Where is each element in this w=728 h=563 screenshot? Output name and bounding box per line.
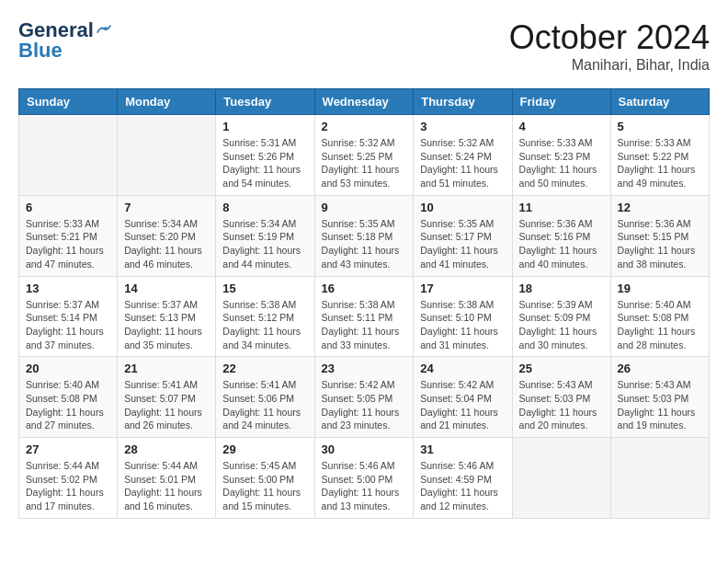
calendar-cell: 26Sunrise: 5:43 AMSunset: 5:03 PMDayligh… [610,357,709,438]
week-row-1: 1Sunrise: 5:31 AMSunset: 5:26 PMDaylight… [19,115,710,196]
day-info: Sunrise: 5:35 AMSunset: 5:18 PMDaylight:… [322,217,407,271]
calendar-cell: 16Sunrise: 5:38 AMSunset: 5:11 PMDayligh… [314,276,414,357]
week-row-2: 6Sunrise: 5:33 AMSunset: 5:21 PMDaylight… [19,195,710,276]
day-number: 18 [519,282,604,295]
day-info: Sunrise: 5:36 AMSunset: 5:15 PMDaylight:… [618,217,702,271]
calendar-cell: 6Sunrise: 5:33 AMSunset: 5:21 PMDaylight… [19,195,118,276]
day-number: 20 [26,362,110,375]
calendar-cell: 17Sunrise: 5:38 AMSunset: 5:10 PMDayligh… [414,276,512,357]
day-number: 24 [420,362,505,375]
calendar-cell: 20Sunrise: 5:40 AMSunset: 5:08 PMDayligh… [19,357,118,438]
calendar-cell: 25Sunrise: 5:43 AMSunset: 5:03 PMDayligh… [512,357,610,438]
calendar-cell: 31Sunrise: 5:46 AMSunset: 4:59 PMDayligh… [414,438,512,519]
day-info: Sunrise: 5:46 AMSunset: 4:59 PMDaylight:… [420,459,505,513]
col-thursday: Thursday [414,89,512,115]
calendar-header-row: Sunday Monday Tuesday Wednesday Thursday… [19,89,710,115]
day-number: 23 [322,362,407,375]
page-header: General Blue October 2024 Manihari, Biha… [18,18,710,74]
calendar-cell: 10Sunrise: 5:35 AMSunset: 5:17 PMDayligh… [414,195,512,276]
day-number: 14 [124,282,209,295]
day-number: 8 [222,201,307,214]
day-number: 9 [322,201,407,214]
calendar-cell: 30Sunrise: 5:46 AMSunset: 5:00 PMDayligh… [314,438,414,519]
col-monday: Monday [118,89,216,115]
day-number: 19 [618,282,702,295]
logo-bird-icon [96,24,112,37]
calendar-cell: 24Sunrise: 5:42 AMSunset: 5:04 PMDayligh… [414,357,512,438]
day-info: Sunrise: 5:36 AMSunset: 5:16 PMDaylight:… [519,217,604,271]
calendar-cell: 3Sunrise: 5:32 AMSunset: 5:24 PMDaylight… [414,115,512,196]
calendar-cell: 5Sunrise: 5:33 AMSunset: 5:22 PMDaylight… [610,115,709,196]
day-number: 10 [420,201,505,214]
week-row-5: 27Sunrise: 5:44 AMSunset: 5:02 PMDayligh… [19,438,710,519]
day-info: Sunrise: 5:38 AMSunset: 5:10 PMDaylight:… [420,298,505,352]
calendar-cell: 27Sunrise: 5:44 AMSunset: 5:02 PMDayligh… [19,438,118,519]
day-number: 26 [618,362,702,375]
day-info: Sunrise: 5:38 AMSunset: 5:11 PMDaylight:… [322,298,407,352]
day-info: Sunrise: 5:44 AMSunset: 5:01 PMDaylight:… [124,459,209,513]
day-number: 11 [519,201,604,214]
day-info: Sunrise: 5:33 AMSunset: 5:22 PMDaylight:… [618,136,702,190]
day-number: 22 [222,362,307,375]
day-info: Sunrise: 5:32 AMSunset: 5:24 PMDaylight:… [420,136,505,190]
day-info: Sunrise: 5:33 AMSunset: 5:23 PMDaylight:… [519,136,604,190]
col-friday: Friday [512,89,610,115]
col-wednesday: Wednesday [314,89,414,115]
week-row-3: 13Sunrise: 5:37 AMSunset: 5:14 PMDayligh… [19,276,710,357]
day-info: Sunrise: 5:39 AMSunset: 5:09 PMDaylight:… [519,298,604,352]
calendar-cell: 13Sunrise: 5:37 AMSunset: 5:14 PMDayligh… [19,276,118,357]
calendar-cell [512,438,610,519]
logo-blue: Blue [18,39,63,63]
day-number: 15 [222,282,307,295]
calendar-cell: 28Sunrise: 5:44 AMSunset: 5:01 PMDayligh… [118,438,216,519]
day-info: Sunrise: 5:31 AMSunset: 5:26 PMDaylight:… [222,136,307,190]
col-tuesday: Tuesday [216,89,314,115]
calendar-cell: 8Sunrise: 5:34 AMSunset: 5:19 PMDaylight… [216,195,314,276]
col-sunday: Sunday [19,89,118,115]
day-info: Sunrise: 5:44 AMSunset: 5:02 PMDaylight:… [26,459,110,513]
day-number: 12 [618,201,702,214]
day-info: Sunrise: 5:34 AMSunset: 5:19 PMDaylight:… [222,217,307,271]
calendar-cell: 22Sunrise: 5:41 AMSunset: 5:06 PMDayligh… [216,357,314,438]
calendar-cell: 1Sunrise: 5:31 AMSunset: 5:26 PMDaylight… [216,115,314,196]
day-info: Sunrise: 5:45 AMSunset: 5:00 PMDaylight:… [222,459,307,513]
day-info: Sunrise: 5:40 AMSunset: 5:08 PMDaylight:… [618,298,702,352]
day-number: 4 [519,120,604,133]
day-number: 6 [26,201,110,214]
day-number: 5 [618,120,702,133]
day-info: Sunrise: 5:33 AMSunset: 5:21 PMDaylight:… [26,217,110,271]
calendar-cell: 19Sunrise: 5:40 AMSunset: 5:08 PMDayligh… [610,276,709,357]
week-row-4: 20Sunrise: 5:40 AMSunset: 5:08 PMDayligh… [19,357,710,438]
day-number: 27 [26,442,110,456]
calendar-cell: 15Sunrise: 5:38 AMSunset: 5:12 PMDayligh… [216,276,314,357]
day-info: Sunrise: 5:35 AMSunset: 5:17 PMDaylight:… [420,217,505,271]
calendar-cell: 9Sunrise: 5:35 AMSunset: 5:18 PMDaylight… [314,195,414,276]
calendar-cell: 12Sunrise: 5:36 AMSunset: 5:15 PMDayligh… [610,195,709,276]
day-info: Sunrise: 5:38 AMSunset: 5:12 PMDaylight:… [222,298,307,352]
day-info: Sunrise: 5:40 AMSunset: 5:08 PMDaylight:… [26,378,110,432]
calendar-cell: 14Sunrise: 5:37 AMSunset: 5:13 PMDayligh… [118,276,216,357]
day-number: 7 [124,201,209,214]
calendar-cell [19,115,118,196]
day-info: Sunrise: 5:41 AMSunset: 5:07 PMDaylight:… [124,378,209,432]
day-number: 16 [322,282,407,295]
title-section: October 2024 Manihari, Bihar, India [509,18,710,74]
calendar-cell: 11Sunrise: 5:36 AMSunset: 5:16 PMDayligh… [512,195,610,276]
day-info: Sunrise: 5:42 AMSunset: 5:04 PMDaylight:… [420,378,505,432]
calendar-cell: 18Sunrise: 5:39 AMSunset: 5:09 PMDayligh… [512,276,610,357]
col-saturday: Saturday [610,89,709,115]
day-number: 17 [420,282,505,295]
day-number: 29 [222,442,307,456]
calendar-cell: 4Sunrise: 5:33 AMSunset: 5:23 PMDaylight… [512,115,610,196]
day-number: 31 [420,442,505,456]
day-number: 28 [124,442,209,456]
day-info: Sunrise: 5:37 AMSunset: 5:14 PMDaylight:… [26,298,110,352]
day-number: 30 [322,442,407,456]
logo: General Blue [18,18,112,63]
day-info: Sunrise: 5:46 AMSunset: 5:00 PMDaylight:… [322,459,407,513]
location: Manihari, Bihar, India [509,57,710,74]
calendar-cell: 7Sunrise: 5:34 AMSunset: 5:20 PMDaylight… [118,195,216,276]
day-number: 1 [222,120,307,133]
day-info: Sunrise: 5:43 AMSunset: 5:03 PMDaylight:… [618,378,702,432]
day-number: 3 [420,120,505,133]
